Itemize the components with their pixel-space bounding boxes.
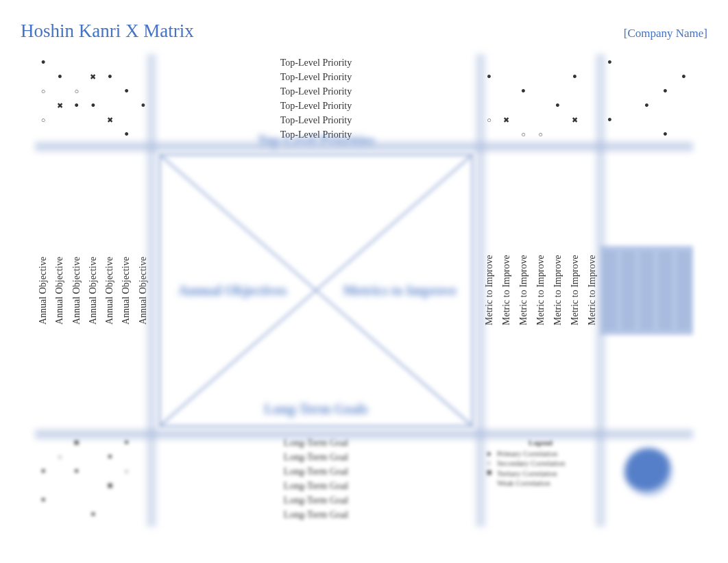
correlation-empty	[118, 493, 134, 508]
annual-objective-label: Annual Objective	[85, 222, 101, 359]
metrics-labels: Metric to ImproveMetric to ImproveMetric…	[481, 147, 600, 434]
correlation-empty	[51, 508, 68, 522]
correlation-dot-icon	[85, 508, 101, 522]
legend-label: Secondary Correlation	[497, 459, 565, 467]
correlation-empty	[549, 55, 566, 70]
correlation-empty	[85, 450, 101, 464]
correlation-empty	[619, 99, 638, 113]
correlation-empty	[69, 113, 85, 127]
correlation-dot-icon	[101, 450, 118, 464]
correlation-empty	[549, 113, 566, 127]
correlation-empty	[532, 84, 549, 99]
seal-icon	[624, 448, 672, 496]
correlation-empty	[549, 127, 566, 142]
correlation-empty	[638, 113, 656, 127]
legend: Legend ● Primary Correlation ○ Secondary…	[481, 434, 600, 527]
correlation-empty	[69, 55, 85, 70]
correlation-empty	[675, 99, 693, 113]
correlation-empty	[566, 127, 583, 142]
correlation-empty	[619, 127, 638, 142]
correlation-empty	[532, 99, 549, 113]
annual-objective-label: Annual Objective	[101, 222, 118, 359]
correlation-empty	[118, 70, 134, 84]
correlation-empty	[566, 99, 583, 113]
correlation-circle-icon	[515, 127, 532, 142]
correlation-empty	[51, 127, 68, 142]
x-matrix: Top-Level PriorityTop-Level PriorityTop-…	[35, 54, 693, 527]
correlation-empty	[101, 493, 118, 508]
correlation-empty	[101, 84, 118, 99]
priority-item: Top-Level Priority	[151, 113, 481, 127]
legend-row: ● Primary Correlation	[485, 449, 596, 458]
correlation-empty	[69, 70, 85, 84]
correlation-empty	[675, 55, 693, 70]
annual-objective-label: Annual Objective	[51, 222, 68, 359]
correlation-dot-icon	[69, 99, 85, 113]
correlation-empty	[515, 113, 532, 127]
annual-objective-label: Annual Objective	[118, 222, 134, 359]
correlation-dot-icon	[35, 464, 51, 479]
correlation-circle-icon	[118, 464, 134, 479]
correlation-empty	[619, 55, 638, 70]
correlation-dot-icon	[51, 70, 68, 84]
correlation-empty	[498, 84, 515, 99]
correlation-dot-icon	[101, 70, 118, 84]
correlation-empty	[515, 55, 532, 70]
legend-row: ✖ Tertiary Correlation	[485, 468, 596, 477]
divider-vertical	[476, 54, 485, 527]
correlation-empty	[85, 84, 101, 99]
metric-label: Metric to Improve	[498, 222, 515, 359]
correlation-empty	[656, 70, 675, 84]
correlation-dot-icon	[118, 127, 134, 142]
correlation-empty	[51, 113, 68, 127]
correlation-circle-icon	[35, 113, 51, 127]
correlation-empty	[656, 99, 675, 113]
annual-objective-label: Annual Objective	[69, 222, 85, 359]
x-label-right: Metrics to Improve	[331, 283, 468, 299]
relation-grid-priorities-vs-objectives	[35, 54, 151, 147]
correlation-empty	[549, 84, 566, 99]
correlation-empty	[566, 84, 583, 99]
correlation-empty	[85, 113, 101, 127]
correlation-empty	[35, 479, 51, 493]
divider-vertical	[596, 54, 605, 527]
correlation-empty	[51, 479, 68, 493]
goal-item: Long-Term Goal	[151, 493, 481, 508]
correlation-empty	[69, 508, 85, 522]
correlation-cross-icon	[51, 99, 68, 113]
correlation-empty	[532, 113, 549, 127]
correlation-empty	[549, 70, 566, 84]
correlation-empty	[101, 99, 118, 113]
correlation-cross-icon	[101, 113, 118, 127]
legend-title: Legend	[485, 438, 596, 447]
priority-item: Top-Level Priority	[151, 55, 481, 70]
correlation-empty	[532, 55, 549, 70]
long-term-goals-list: Long-Term GoalLong-Term GoalLong-Term Go…	[151, 434, 481, 527]
correlation-empty	[498, 70, 515, 84]
x-diagram: Top-Level Priorities Annual Objectives M…	[151, 147, 481, 434]
divider-horizontal	[35, 429, 693, 439]
legend-row: Weak Correlation	[485, 479, 596, 487]
correlation-circle-icon	[69, 84, 85, 99]
x-label-bottom: Long-Term Goals	[227, 401, 405, 417]
correlation-empty	[118, 113, 134, 127]
correlation-empty	[638, 70, 656, 84]
correlation-empty	[85, 127, 101, 142]
correlation-empty	[619, 84, 638, 99]
correlation-empty	[101, 127, 118, 142]
correlation-empty	[566, 55, 583, 70]
correlation-empty	[118, 450, 134, 464]
correlation-dot-icon	[656, 127, 675, 142]
legend-row: ○ Secondary Correlation	[485, 459, 596, 467]
correlation-empty	[51, 55, 68, 70]
relation-grid-priorities-vs-metrics	[481, 54, 600, 147]
correlation-empty	[118, 479, 134, 493]
goal-item: Long-Term Goal	[151, 508, 481, 522]
divider-vertical	[147, 54, 156, 527]
legend-label: Primary Correlation	[497, 449, 557, 458]
correlation-empty	[638, 84, 656, 99]
correlation-empty	[675, 113, 693, 127]
correlation-dot-icon	[85, 99, 101, 113]
relation-grid-priorities-vs-targets	[600, 54, 693, 147]
relation-grid-goals-vs-objectives	[35, 434, 151, 527]
